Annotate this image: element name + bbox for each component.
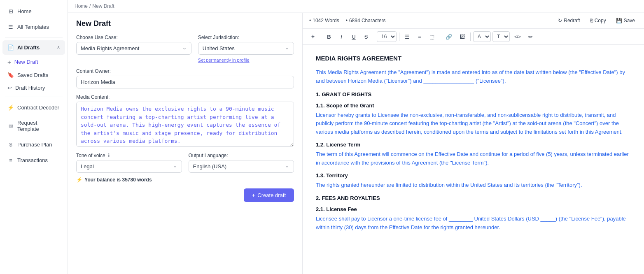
content-owner-label: Content Owner: — [76, 68, 294, 74]
doc-section1-1-title: 1.1. Scope of the Grant — [316, 102, 631, 109]
save-icon: 💾 — [616, 18, 622, 23]
jurisdiction-group: Select Jurisdiction: United States Unite… — [198, 35, 294, 63]
sidebar-divider2 — [5, 97, 63, 97]
copy-button[interactable]: ⎘ Copy — [588, 16, 609, 25]
language-group: Output Language: English (USA) English (… — [189, 153, 294, 173]
media-content-label: Media Content: — [76, 94, 294, 100]
balance-section: ⚡ Your balance is 35780 words — [76, 177, 294, 183]
sidebar-purchase-plan-label: Purchase Plan — [17, 142, 52, 148]
media-content-group: Media Content: Horizon Media owns the ex… — [76, 94, 294, 147]
sidebar-item-purchase-plan[interactable]: $ Purchase Plan — [2, 137, 65, 152]
underline-button[interactable]: U — [348, 31, 359, 42]
ai-drafts-icon: 📄 — [7, 44, 14, 51]
main-content: Home / New Draft New Draft Choose Use Ca… — [68, 0, 644, 274]
tone-group: Tone of voice ℹ Legal Formal Casual — [76, 153, 182, 173]
ai-drafts-left: 📄 AI Drafts — [7, 44, 40, 51]
create-draft-button[interactable]: + Create draft — [244, 188, 294, 202]
jurisdiction-label: Select Jurisdiction: — [198, 35, 294, 40]
image-button[interactable]: 🖼 — [457, 31, 468, 42]
sidebar-item-home[interactable]: ⊞ Home — [2, 4, 65, 19]
doc-intro: This Media Rights Agreement (the "Agreem… — [316, 68, 631, 86]
form-panel: New Draft Choose Use Case: Media Rights … — [68, 13, 303, 274]
redraft-label: Redraft — [564, 18, 580, 23]
tone-language-row: Tone of voice ℹ Legal Formal Casual Outp… — [76, 153, 294, 173]
strikethrough-button[interactable]: S — [361, 31, 371, 42]
create-plus-icon: + — [252, 192, 255, 198]
jurisdiction-select[interactable]: United States United Kingdom — [198, 42, 294, 55]
new-draft-icon: + — [7, 58, 11, 65]
doc-section1-2-title: 1.2. License Term — [316, 142, 631, 148]
use-case-jurisdiction-row: Choose Use Case: Media Rights Agreement … — [76, 35, 294, 63]
language-label: Output Language: — [189, 153, 294, 158]
fmt-sep-4 — [440, 33, 440, 41]
sidebar-item-request-template[interactable]: ✉ Request Template — [2, 116, 65, 136]
request-template-icon: ✉ — [7, 123, 14, 129]
saved-drafts-icon: 🔖 — [7, 72, 14, 78]
text-style-select[interactable]: T — [492, 31, 510, 42]
doc-section1-1-text: Licensor hereby grants to Licensee the n… — [316, 111, 631, 137]
bold-button[interactable]: B — [324, 31, 334, 42]
sidebar-request-template-label: Request Template — [17, 120, 60, 132]
save-label: Save — [624, 18, 635, 23]
magic-format-button[interactable]: ✦ — [308, 31, 318, 42]
home-icon: ⊞ — [7, 8, 14, 14]
sidebar-new-draft-label: New Draft — [14, 59, 38, 65]
sidebar-item-all-templates[interactable]: ☰ All Templates — [2, 19, 65, 34]
font-family-select[interactable]: A — [473, 31, 491, 42]
breadcrumb-home[interactable]: Home — [75, 3, 88, 9]
document-panel: 1042 Words 6894 Characters ↻ Redraft ⎘ C… — [303, 13, 644, 274]
breadcrumb-separator: / — [89, 3, 91, 9]
sidebar-item-saved-drafts[interactable]: 🔖 Saved Drafts — [2, 69, 65, 81]
redraft-icon: ↻ — [558, 18, 562, 23]
save-button[interactable]: 💾 Save — [614, 16, 637, 25]
italic-button[interactable]: I — [336, 31, 347, 42]
sidebar-item-transactions[interactable]: ≡ Transactions — [2, 153, 65, 167]
doc-section2-title: 2. FEES AND ROYALTIES — [316, 195, 631, 201]
tone-label: Tone of voice ℹ — [76, 153, 182, 158]
create-btn-row: + Create draft — [76, 188, 294, 202]
list-ul-button[interactable]: ☰ — [402, 31, 413, 42]
redraft-button[interactable]: ↻ Redraft — [555, 16, 582, 25]
font-size-select[interactable]: 16 12 14 18 — [377, 31, 397, 42]
sidebar-ai-drafts-label: AI Drafts — [17, 44, 40, 51]
highlight-button[interactable]: ✏ — [525, 31, 536, 42]
breadcrumb: Home / New Draft — [68, 0, 644, 13]
tone-info-icon: ℹ — [108, 153, 110, 158]
doc-section1-3-text: The rights granted hereunder are limited… — [316, 181, 631, 190]
doc-stats: 1042 Words 6894 Characters — [309, 18, 386, 23]
templates-icon: ☰ — [7, 23, 14, 30]
content-owner-group: Content Owner: — [76, 68, 294, 88]
contract-decoder-icon: ⚡ — [7, 104, 14, 111]
transactions-icon: ≡ — [7, 157, 14, 163]
copy-icon: ⎘ — [590, 18, 593, 23]
list-ol-button[interactable]: ≡ — [414, 31, 425, 42]
sidebar-transactions-label: Transactions — [17, 157, 48, 163]
use-case-group: Choose Use Case: Media Rights Agreement … — [76, 35, 191, 63]
sidebar-home-label: Home — [17, 8, 32, 14]
align-button[interactable]: ⬚ — [427, 31, 437, 42]
doc-content: MEDIA RIGHTS AGREEMENT This Media Rights… — [303, 45, 644, 274]
create-draft-label: Create draft — [257, 192, 286, 198]
sidebar-item-new-draft[interactable]: + New Draft — [2, 56, 65, 68]
sidebar-templates-label: All Templates — [17, 24, 49, 30]
use-case-label: Choose Use Case: — [76, 35, 191, 40]
sidebar-item-draft-history[interactable]: ↩ Draft History — [2, 82, 65, 94]
sidebar-item-ai-drafts[interactable]: 📄 AI Drafts ∧ — [2, 40, 65, 55]
code-button[interactable]: </> — [511, 31, 524, 42]
draft-history-icon: ↩ — [7, 85, 12, 91]
media-content-textarea[interactable]: Horizon Media owns the exclusive rights … — [76, 102, 294, 147]
sidebar-item-contract-decoder[interactable]: ⚡ Contract Decoder — [2, 100, 65, 115]
language-select[interactable]: English (USA) English (UK) — [189, 160, 294, 173]
content-area: New Draft Choose Use Case: Media Rights … — [68, 13, 644, 274]
jurisdiction-note[interactable]: Set permanently in profile — [198, 58, 294, 63]
link-button[interactable]: 🔗 — [443, 31, 455, 42]
tone-select[interactable]: Legal Formal Casual — [76, 160, 182, 173]
char-count: 6894 Characters — [346, 18, 386, 23]
doc-title: MEDIA RIGHTS AGREEMENT — [316, 55, 631, 62]
content-owner-input[interactable] — [76, 76, 294, 88]
use-case-select[interactable]: Media Rights Agreement NDA Service Agree… — [76, 42, 191, 55]
doc-section1-3-title: 1.3. Territory — [316, 172, 631, 179]
doc-actions: ↻ Redraft ⎘ Copy 💾 Save — [555, 16, 637, 25]
doc-section2-1-title: 2.1. License Fee — [316, 206, 631, 212]
sidebar-draft-history-label: Draft History — [15, 85, 45, 91]
